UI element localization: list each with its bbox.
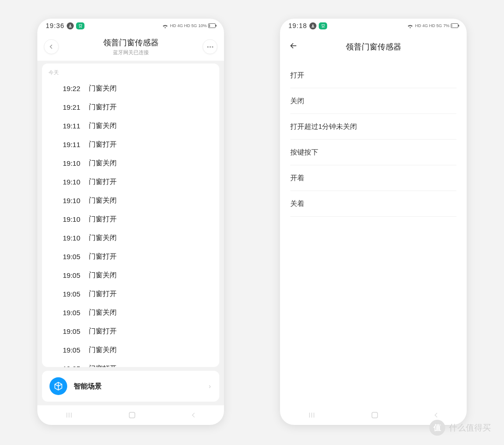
log-time: 19:05 (49, 309, 89, 317)
log-time: 19:05 (49, 290, 89, 298)
log-time: 19:11 (49, 141, 89, 148)
log-time: 19:10 (49, 159, 89, 167)
back-button[interactable] (288, 41, 299, 53)
user-icon (309, 22, 316, 29)
status-time: 19:18 (288, 22, 307, 29)
status-bar: 19:36 HD 4G HD 5G 10% (37, 19, 224, 33)
log-time: 19:10 (49, 234, 89, 242)
log-event: 门窗打开 (89, 290, 117, 298)
battery-text: 7% (443, 23, 449, 28)
app-header: 领普门窗传感器 蓝牙网关已连接 (37, 33, 224, 61)
nav-recents[interactable] (307, 411, 316, 419)
log-event: 门窗关闭 (89, 271, 117, 280)
cube-icon (49, 377, 67, 395)
option-row[interactable]: 按键按下 (290, 140, 456, 165)
nav-back[interactable] (190, 411, 197, 419)
wifi-icon (407, 23, 413, 28)
watermark: 值 什么值得买 (429, 420, 491, 436)
log-event: 门窗关闭 (89, 196, 117, 205)
svg-point-0 (70, 24, 71, 26)
log-time: 19:10 (49, 215, 89, 223)
svg-point-9 (324, 27, 324, 28)
option-row[interactable]: 开着 (290, 165, 456, 191)
nav-back[interactable] (433, 411, 440, 419)
log-row[interactable]: 19:11门窗关闭 (42, 116, 219, 135)
more-button[interactable] (203, 39, 217, 54)
log-event: 门窗关闭 (89, 308, 117, 317)
svg-point-7 (312, 24, 314, 26)
option-row[interactable]: 关着 (290, 191, 456, 217)
back-button[interactable] (44, 39, 59, 54)
log-event: 门窗关闭 (89, 121, 117, 130)
page-title: 领普门窗传感器 (346, 42, 401, 52)
user-icon (67, 22, 74, 29)
option-row[interactable]: 打开 (290, 63, 456, 88)
log-list: 19:22门窗关闭19:21门窗打开19:11门窗关闭19:11门窗打开19:1… (42, 79, 219, 367)
log-time: 19:22 (49, 85, 89, 92)
log-row[interactable]: 19:05门窗打开 (42, 247, 219, 266)
svg-rect-6 (129, 412, 135, 418)
watermark-text: 什么值得买 (449, 422, 491, 433)
log-event: 门窗打开 (89, 215, 117, 224)
phone-right: 19:18 HD 4G HD 5G 7% 领普门窗传感器 打开关闭打开超过1分钟… (280, 19, 467, 425)
log-row[interactable]: 19:10门窗关闭 (42, 191, 219, 210)
log-row[interactable]: 19:05门窗关闭 (42, 266, 219, 284)
option-list: 打开关闭打开超过1分钟未关闭按键按下开着关着 (280, 61, 467, 219)
signal-text: HD 4G HD 5G (170, 23, 197, 28)
log-card: 今天 19:22门窗关闭19:21门窗打开19:11门窗关闭19:11门窗打开1… (42, 64, 219, 367)
log-event: 门窗关闭 (89, 84, 117, 93)
log-event: 门窗关闭 (89, 159, 117, 168)
log-time: 19:05 (49, 365, 89, 367)
status-time: 19:36 (46, 22, 64, 29)
svg-point-2 (81, 27, 82, 28)
svg-point-1 (79, 27, 80, 28)
log-row[interactable]: 19:10门窗打开 (42, 210, 219, 228)
nav-bar (37, 405, 224, 425)
log-row[interactable]: 19:05门窗打开 (42, 359, 219, 367)
log-time: 19:21 (49, 103, 89, 111)
svg-rect-14 (372, 412, 378, 418)
nav-recents[interactable] (64, 411, 74, 419)
log-row[interactable]: 19:21门窗打开 (42, 98, 219, 116)
log-event: 门窗打开 (89, 364, 117, 367)
nav-home[interactable] (371, 411, 379, 419)
log-event: 门窗打开 (89, 177, 117, 186)
option-row[interactable]: 打开超过1分钟未关闭 (290, 114, 456, 140)
status-bar: 19:18 HD 4G HD 5G 7% (280, 19, 467, 33)
log-event: 门窗关闭 (89, 346, 117, 354)
log-event: 门窗关闭 (89, 233, 117, 242)
log-time: 19:10 (49, 178, 89, 186)
option-row[interactable]: 关闭 (290, 88, 456, 114)
day-label: 今天 (42, 68, 219, 79)
battery-icon (208, 23, 216, 28)
phone-left: 19:36 HD 4G HD 5G 10% 领普门窗传感器 蓝牙网关已连接 (37, 19, 224, 425)
cart-badge-icon (76, 22, 84, 29)
log-event: 门窗打开 (89, 252, 117, 261)
log-row[interactable]: 19:10门窗打开 (42, 172, 219, 191)
smart-scene-label: 智能场景 (74, 382, 102, 391)
battery-icon (451, 23, 458, 28)
log-row[interactable]: 19:05门窗关闭 (42, 303, 219, 322)
smart-scene-card[interactable]: 智能场景 › (42, 371, 219, 402)
log-time: 19:05 (49, 327, 89, 335)
log-row[interactable]: 19:11门窗打开 (42, 135, 219, 154)
log-time: 19:05 (49, 346, 89, 354)
log-row[interactable]: 19:05门窗打开 (42, 322, 219, 340)
battery-text: 10% (198, 23, 207, 28)
log-row[interactable]: 19:05门窗关闭 (42, 340, 219, 359)
wifi-icon (162, 23, 168, 28)
page-title: 领普门窗传感器 (103, 37, 159, 48)
log-event: 门窗打开 (89, 327, 117, 336)
watermark-badge: 值 (429, 420, 445, 436)
log-time: 19:05 (49, 253, 89, 261)
log-time: 19:10 (49, 197, 89, 205)
app-header: 领普门窗传感器 (280, 33, 467, 61)
signal-text: HD 4G HD 5G (415, 23, 442, 28)
log-row[interactable]: 19:10门窗关闭 (42, 154, 219, 172)
nav-home[interactable] (128, 411, 136, 419)
log-row[interactable]: 19:05门窗打开 (42, 284, 219, 303)
log-time: 19:05 (49, 271, 89, 279)
log-row[interactable]: 19:10门窗关闭 (42, 228, 219, 247)
log-row[interactable]: 19:22门窗关闭 (42, 79, 219, 98)
svg-point-8 (322, 27, 322, 28)
